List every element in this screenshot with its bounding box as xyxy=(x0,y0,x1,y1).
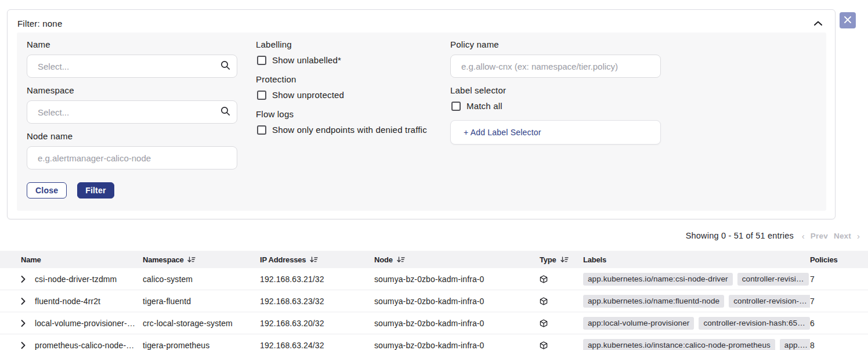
node-name-input[interactable] xyxy=(27,146,237,169)
next-page-button[interactable]: Next xyxy=(834,232,851,240)
dismiss-filter-button[interactable] xyxy=(840,12,856,28)
endpoint-name: prometheus-calico-node-… xyxy=(35,341,143,350)
endpoint-ip: 192.168.63.20/32 xyxy=(260,319,374,328)
sort-icon[interactable] xyxy=(310,257,318,263)
chevron-right-icon xyxy=(21,276,26,283)
name-select-input[interactable] xyxy=(27,55,237,78)
expand-row-button[interactable] xyxy=(21,276,35,283)
label-chip: app.kubernetes.io/name:fluentd-node xyxy=(583,295,724,308)
expand-row-button[interactable] xyxy=(21,342,35,349)
endpoint-node: soumya-bz-0zbo-kadm-infra-0 xyxy=(374,275,540,284)
endpoint-policies-count: 7 xyxy=(810,275,868,284)
show-unlabelled-checkbox[interactable] xyxy=(257,56,266,65)
table-row: csi-node-driver-tzdmm calico-system 192.… xyxy=(0,268,868,290)
endpoint-labels: app.kubernetes.io/name:csi-node-driver c… xyxy=(583,273,810,286)
close-icon xyxy=(844,16,851,25)
prev-page-button[interactable]: Prev xyxy=(811,232,828,240)
policy-name-field-label: Policy name xyxy=(450,39,661,49)
table-row: prometheus-calico-node-… tigera-promethe… xyxy=(0,334,868,350)
label-chip: controller-revision-hash:65… xyxy=(699,317,809,330)
endpoint-labels: app.kubernetes.io/instance:calico-node-p… xyxy=(583,339,810,350)
workload-endpoint-icon xyxy=(540,319,583,327)
pagination-bar: Showing 0 - 51 of 51 entries ‹ Prev Next… xyxy=(686,231,860,240)
sort-icon[interactable] xyxy=(187,257,196,263)
denied-traffic-checkbox[interactable] xyxy=(257,125,266,135)
column-header-node[interactable]: Node xyxy=(374,255,540,264)
next-arrow-icon[interactable]: › xyxy=(857,232,860,240)
match-all-label: Match all xyxy=(466,101,502,111)
prev-arrow-icon[interactable]: ‹ xyxy=(802,232,805,240)
protection-section-label: Protection xyxy=(256,74,456,84)
workload-endpoint-icon xyxy=(540,297,583,305)
label-chip: app:local-volume-provisioner xyxy=(583,317,694,330)
endpoints-page: Filter: none Name Namespace xyxy=(0,0,868,350)
namespace-select-input[interactable] xyxy=(27,100,237,124)
sort-icon[interactable] xyxy=(560,257,569,263)
collapse-filter-button[interactable] xyxy=(812,17,824,30)
table-row: local-volume-provisioner-… crc-local-sto… xyxy=(0,312,868,334)
table-header-row: Name Namespace IP Addresses Node Type La… xyxy=(0,251,868,268)
filter-column-right: Policy name Label selector Match all + A… xyxy=(450,39,661,145)
endpoint-policies-count: 7 xyxy=(810,297,868,306)
endpoint-name: fluentd-node-4rr2t xyxy=(35,297,143,306)
chevron-right-icon xyxy=(21,298,26,305)
column-header-ip-addresses[interactable]: IP Addresses xyxy=(260,255,374,264)
endpoint-namespace: tigera-fluentd xyxy=(143,297,260,306)
column-header-labels[interactable]: Labels xyxy=(583,255,810,264)
filter-actions: Close Filter xyxy=(27,182,237,199)
denied-traffic-label: Show only endpoints with denied traffic xyxy=(272,125,427,135)
label-chip: controller-revision-… xyxy=(729,295,810,308)
label-selector-section-label: Label selector xyxy=(450,85,661,95)
sort-icon[interactable] xyxy=(397,257,405,263)
label-chip: controller-revisi… xyxy=(737,273,809,286)
endpoint-name: csi-node-driver-tzdmm xyxy=(35,275,143,284)
entries-summary: Showing 0 - 51 of 51 entries xyxy=(686,231,794,240)
workload-endpoint-icon xyxy=(540,341,583,349)
name-field-label: Name xyxy=(27,39,237,49)
endpoint-node: soumya-bz-0zbo-kadm-infra-0 xyxy=(374,297,540,306)
filter-panel-header: Filter: none xyxy=(8,10,835,34)
filter-title: Filter: none xyxy=(17,19,62,28)
column-header-type[interactable]: Type xyxy=(540,255,583,264)
chevron-right-icon xyxy=(21,342,26,349)
close-button[interactable]: Close xyxy=(27,182,67,199)
endpoint-node: soumya-bz-0zbo-kadm-infra-0 xyxy=(374,319,540,328)
endpoint-ip: 192.168.63.23/32 xyxy=(260,297,374,306)
column-header-name[interactable]: Name xyxy=(21,255,143,264)
pager: ‹ Prev Next › xyxy=(802,232,860,240)
workload-endpoint-icon xyxy=(540,275,583,283)
show-unlabelled-label: Show unlabelled* xyxy=(272,55,341,65)
endpoint-namespace: tigera-prometheus xyxy=(143,341,260,350)
endpoint-labels: app:local-volume-provisioner controller-… xyxy=(583,317,810,330)
node-name-field-label: Node name xyxy=(27,131,237,141)
endpoint-node: soumya-bz-0zbo-kadm-infra-0 xyxy=(374,341,540,350)
endpoint-labels: app.kubernetes.io/name:fluentd-node cont… xyxy=(583,295,810,308)
endpoint-namespace: calico-system xyxy=(143,275,260,284)
expand-row-button[interactable] xyxy=(21,298,35,305)
column-header-policies[interactable]: Policies xyxy=(810,255,868,264)
endpoint-namespace: crc-local-storage-system xyxy=(143,319,260,328)
namespace-field-label: Namespace xyxy=(27,85,237,95)
policy-name-input[interactable] xyxy=(450,55,661,78)
labelling-section-label: Labelling xyxy=(256,39,456,49)
flow-logs-section-label: Flow logs xyxy=(256,109,456,119)
column-header-namespace[interactable]: Namespace xyxy=(143,255,260,264)
expand-row-button[interactable] xyxy=(21,320,35,327)
show-unprotected-label: Show unprotected xyxy=(272,90,344,100)
filter-form: Name Namespace Node name xyxy=(17,33,826,211)
label-chip: app.kubernetes.io/instance:calico-node-p… xyxy=(583,339,775,350)
filter-button[interactable]: Filter xyxy=(77,182,114,199)
endpoint-ip: 192.168.63.24/32 xyxy=(260,341,374,350)
show-unprotected-checkbox[interactable] xyxy=(257,91,266,100)
add-label-selector-button[interactable]: + Add Label Selector xyxy=(450,120,661,145)
endpoints-table: Name Namespace IP Addresses Node Type La… xyxy=(0,251,868,350)
label-chip: app.kubernetes.io/name:csi-node-driver xyxy=(583,273,733,286)
endpoint-ip: 192.168.63.21/32 xyxy=(260,275,374,284)
chevron-up-icon xyxy=(814,21,822,26)
table-row: fluentd-node-4rr2t tigera-fluentd 192.16… xyxy=(0,290,868,312)
filter-panel: Filter: none Name Namespace xyxy=(7,9,836,219)
match-all-checkbox[interactable] xyxy=(451,102,461,111)
endpoint-name: local-volume-provisioner-… xyxy=(35,319,143,328)
filter-column-left: Name Namespace Node name xyxy=(27,39,237,199)
endpoint-policies-count: 6 xyxy=(810,319,868,328)
